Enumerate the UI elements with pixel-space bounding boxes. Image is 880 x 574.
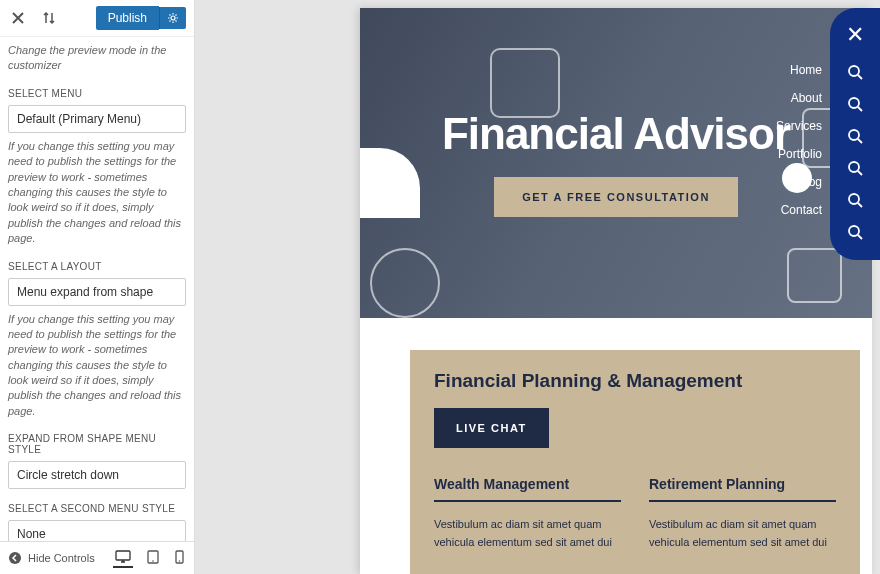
sidebar-topbar: Publish	[0, 0, 194, 37]
hero-title: Financial Advisor	[442, 109, 790, 159]
second-style-label: SELECT A SECOND MENU STYLE	[8, 503, 186, 514]
svg-point-12	[849, 226, 859, 236]
device-switcher	[113, 548, 186, 568]
desktop-icon	[115, 550, 131, 564]
hero-section: Home About Services Portfolio Blog Conta…	[360, 8, 872, 318]
hide-controls-button[interactable]: Hide Controls	[8, 551, 95, 565]
svg-point-1	[9, 552, 21, 564]
svg-point-9	[849, 130, 859, 140]
device-mobile-button[interactable]	[173, 548, 186, 568]
gear-icon	[167, 12, 179, 24]
search-icon	[847, 64, 863, 80]
widget-close-button[interactable]: ✕	[846, 22, 864, 48]
tablet-icon	[147, 550, 159, 564]
live-chat-button[interactable]: LIVE CHAT	[434, 408, 549, 448]
chevron-left-circle-icon	[8, 551, 22, 565]
preview-mode-help: Change the preview mode in the customize…	[8, 43, 186, 74]
widget-search-3[interactable]	[847, 128, 863, 144]
device-desktop-button[interactable]	[113, 548, 133, 568]
widget-search-6[interactable]	[847, 224, 863, 240]
select-menu-dropdown[interactable]: Default (Primary Menu)	[8, 105, 186, 133]
search-icon	[847, 96, 863, 112]
hide-controls-label: Hide Controls	[28, 552, 95, 564]
select-layout-help: If you change this setting you may need …	[8, 312, 186, 420]
expand-style-label: EXPAND FROM SHAPE MENU STYLE	[8, 433, 186, 455]
reorder-button[interactable]	[38, 7, 60, 29]
column-title: Retirement Planning	[649, 476, 836, 502]
widget-search-4[interactable]	[847, 160, 863, 176]
sidebar-body: Change the preview mode in the customize…	[0, 37, 194, 541]
column-text: Vestibulum ac diam sit amet quam vehicul…	[434, 516, 621, 551]
column-title: Wealth Management	[434, 476, 621, 502]
widget-search-5[interactable]	[847, 192, 863, 208]
publish-settings-button[interactable]	[159, 7, 186, 29]
search-icon	[847, 192, 863, 208]
second-style-dropdown[interactable]: None	[8, 520, 186, 541]
hero-cta-button[interactable]: GET A FREE CONSULTATION	[494, 177, 738, 217]
widget-search-1[interactable]	[847, 64, 863, 80]
svg-point-7	[849, 66, 859, 76]
close-icon	[12, 12, 24, 24]
sort-icon	[42, 11, 56, 25]
planning-section: Financial Planning & Management LIVE CHA…	[410, 350, 860, 574]
select-layout-label: SELECT A LAYOUT	[8, 261, 186, 272]
svg-point-6	[179, 560, 180, 561]
svg-point-10	[849, 162, 859, 172]
select-layout-dropdown[interactable]: Menu expand from shape	[8, 278, 186, 306]
section-title: Financial Planning & Management	[434, 370, 836, 392]
select-menu-label: SELECT MENU	[8, 88, 186, 99]
column-wealth: Wealth Management Vestibulum ac diam sit…	[434, 476, 621, 551]
preview-frame: Home About Services Portfolio Blog Conta…	[360, 8, 872, 574]
column-text: Vestibulum ac diam sit amet quam vehicul…	[649, 516, 836, 551]
widget-search-2[interactable]	[847, 96, 863, 112]
svg-point-4	[152, 560, 154, 562]
close-button[interactable]	[8, 8, 28, 28]
svg-point-11	[849, 194, 859, 204]
search-icon	[847, 224, 863, 240]
expand-style-dropdown[interactable]: Circle stretch down	[8, 461, 186, 489]
select-menu-help: If you change this setting you may need …	[8, 139, 186, 247]
svg-rect-2	[116, 551, 130, 560]
preview-pane: Home About Services Portfolio Blog Conta…	[195, 0, 880, 574]
search-icon	[847, 128, 863, 144]
customizer-sidebar: Publish Change the preview mode in the c…	[0, 0, 195, 574]
sidebar-footer: Hide Controls	[0, 541, 194, 574]
svg-point-0	[171, 16, 175, 20]
search-widget-bar: ✕	[830, 8, 880, 260]
publish-button[interactable]: Publish	[96, 6, 159, 30]
column-retirement: Retirement Planning Vestibulum ac diam s…	[649, 476, 836, 551]
search-icon	[847, 160, 863, 176]
svg-point-8	[849, 98, 859, 108]
mobile-icon	[175, 550, 184, 564]
device-tablet-button[interactable]	[145, 548, 161, 568]
